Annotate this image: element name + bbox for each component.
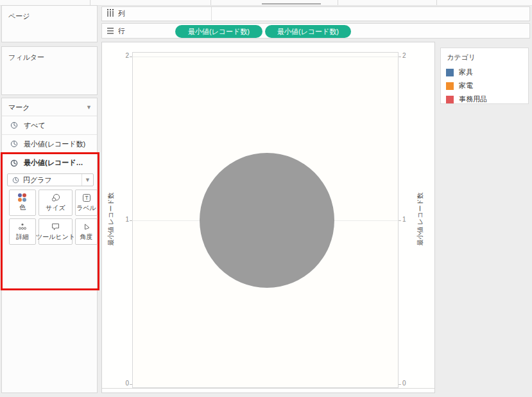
label-button-label: ラベル xyxy=(76,204,96,213)
marks-tab-measure-2-active[interactable]: 最小値(レコード… xyxy=(2,154,97,172)
divider xyxy=(211,7,212,21)
legend-swatch xyxy=(446,82,454,90)
legend-swatch xyxy=(446,69,454,76)
detail-icon xyxy=(18,222,27,231)
marks-tab-label: すべて xyxy=(24,121,46,130)
tooltip-icon xyxy=(51,222,60,231)
legend-item-office-supplies[interactable]: 事務用品 xyxy=(441,93,528,106)
color-icon xyxy=(18,193,27,202)
left-axis-tick-2: 2 xyxy=(119,52,129,59)
legend-item-appliances[interactable]: 家電 xyxy=(441,79,528,93)
divider xyxy=(338,0,338,5)
marks-buttons-grid: 色 サイズ T ラベル 詳細 ツールヒント 角度 xyxy=(9,190,98,245)
marks-tab-measure-1[interactable]: 最小値(レコード数) xyxy=(2,135,97,154)
right-axis-title: 最小値 レコード数 xyxy=(415,142,425,296)
chevron-down-icon[interactable]: ▼ xyxy=(86,105,92,110)
rows-shelf[interactable]: 行 最小値(レコード数) 最小値(レコード数) xyxy=(101,23,530,39)
detail-button-label: 詳細 xyxy=(16,233,29,242)
worksheet-canvas[interactable]: 最小値 レコード数 2 1 0 最小値 レコード数 2 1 0 xyxy=(101,42,435,393)
size-button[interactable]: サイズ xyxy=(39,190,73,216)
angle-button[interactable]: 角度 xyxy=(75,218,98,245)
left-axis-tick-1: 1 xyxy=(119,216,129,223)
divider xyxy=(90,0,90,5)
color-button[interactable]: 色 xyxy=(9,190,36,216)
divider xyxy=(436,0,437,5)
tick-mark xyxy=(399,384,401,385)
filters-shelf-label: フィルター xyxy=(2,47,97,62)
marks-tab-label: 最小値(レコード数) xyxy=(24,139,85,149)
left-axis-tick-0: 0 xyxy=(119,380,129,387)
marks-card-title: マーク xyxy=(8,103,30,112)
pages-shelf-label: ページ xyxy=(2,6,97,21)
label-button[interactable]: T ラベル xyxy=(75,190,98,216)
angle-button-label: 角度 xyxy=(80,233,93,242)
tick-mark xyxy=(130,220,132,221)
pie-mark-icon xyxy=(12,177,19,184)
angle-icon xyxy=(82,222,91,231)
right-axis-tick-0: 0 xyxy=(402,380,413,387)
mark-type-value: 円グラフ xyxy=(23,175,52,185)
svg-text:T: T xyxy=(85,195,88,201)
columns-icon xyxy=(107,11,114,17)
pill-min-record-count-2[interactable]: 最小値(レコード数) xyxy=(265,25,351,38)
pie-mark-icon xyxy=(10,121,18,129)
legend-item-label: 家具 xyxy=(459,67,473,77)
rows-icon xyxy=(107,28,114,34)
left-axis-title: 最小値 レコード数 xyxy=(106,142,116,296)
chevron-down-icon[interactable]: ▼ xyxy=(82,174,93,186)
tooltip-button-label: ツールヒント xyxy=(36,233,75,242)
divider xyxy=(262,3,321,4)
legend-item-furniture[interactable]: 家具 xyxy=(441,66,528,79)
filters-shelf-card[interactable]: フィルター xyxy=(1,46,98,95)
right-axis-tick-2: 2 xyxy=(402,52,413,59)
label-icon: T xyxy=(82,193,91,202)
tick-mark xyxy=(399,57,401,57)
color-button-label: 色 xyxy=(19,203,26,212)
pill-min-record-count-1[interactable]: 最小値(レコード数) xyxy=(175,25,262,38)
tooltip-button[interactable]: ツールヒント xyxy=(39,218,73,245)
marks-tab-label: 最小値(レコード… xyxy=(24,158,83,168)
divider xyxy=(210,0,211,5)
legend-swatch xyxy=(446,96,454,103)
axis-baseline xyxy=(102,388,434,389)
tick-mark xyxy=(399,220,401,221)
rows-shelf-label: 行 xyxy=(118,26,125,36)
pie-mark-icon xyxy=(10,140,18,148)
right-axis-tick-1: 1 xyxy=(402,216,413,223)
tick-mark xyxy=(130,57,132,57)
detail-button[interactable]: 詳細 xyxy=(9,218,36,245)
gridline-2 xyxy=(132,57,399,57)
legend-item-label: 家電 xyxy=(459,81,473,91)
tick-mark xyxy=(130,384,132,385)
mark-type-dropdown[interactable]: 円グラフ ▼ xyxy=(7,173,94,186)
size-button-label: サイズ xyxy=(46,204,65,213)
marks-tab-all[interactable]: すべて xyxy=(2,116,97,135)
pages-shelf-card[interactable]: ページ xyxy=(1,5,98,42)
columns-shelf-label: 列 xyxy=(118,9,125,19)
marks-card-header[interactable]: マーク ▼ xyxy=(2,98,97,116)
legend-item-label: 事務用品 xyxy=(459,94,487,104)
columns-shelf[interactable]: 列 xyxy=(101,6,530,21)
color-legend-card[interactable]: カテゴリ 家具 家電 事務用品 xyxy=(440,48,529,104)
pie-mark-icon xyxy=(10,159,18,167)
legend-title: カテゴリ xyxy=(441,48,528,66)
marks-card: マーク ▼ すべて 最小値(レコード数) 最小値(レコード… 円グラフ ▼ 色 … xyxy=(1,98,98,393)
size-icon xyxy=(51,193,60,202)
pie-chart-mark[interactable] xyxy=(200,153,334,288)
